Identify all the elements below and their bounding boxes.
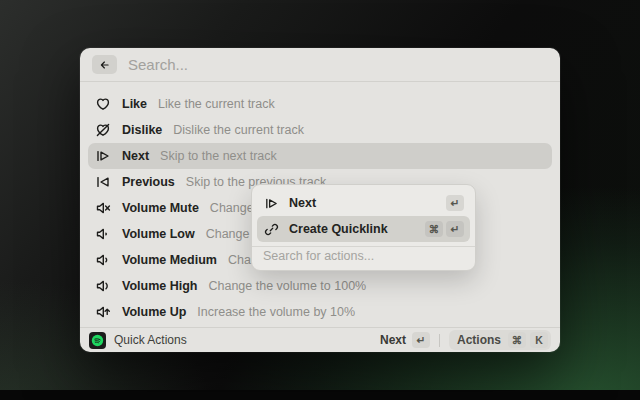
volume-mute-icon (95, 200, 111, 216)
item-title: Like (122, 97, 147, 111)
back-button[interactable] (92, 55, 117, 74)
item-subtitle: Increase the volume by 10% (197, 305, 355, 319)
list-item-like[interactable]: Like Like the current track (88, 91, 552, 117)
list-item-volume-up[interactable]: Volume Up Increase the volume by 10% (88, 299, 552, 325)
enter-key-badge: ↵ (446, 221, 464, 237)
item-title: Volume Mute (122, 201, 199, 215)
skip-forward-icon (95, 148, 111, 164)
item-subtitle: Like the current track (158, 97, 275, 111)
action-label: Create Quicklink (289, 222, 415, 236)
heart-slash-icon (95, 122, 111, 138)
command-name-label: Quick Actions (114, 333, 187, 347)
item-title: Next (122, 149, 149, 163)
enter-key-badge: ↵ (412, 332, 430, 348)
arrow-left-icon (97, 57, 113, 73)
status-bar: Quick Actions Next ↵ Actions ⌘ K (80, 327, 560, 352)
actions-panel: Next ↵ Create Quicklink ⌘ ↵ Search for a… (251, 184, 476, 271)
item-title: Volume High (122, 279, 197, 293)
volume-low-icon (95, 226, 111, 242)
heart-icon (95, 96, 111, 112)
footer-divider (439, 334, 440, 347)
wallpaper-floor (0, 390, 640, 400)
command-key-badge: ⌘ (425, 221, 443, 237)
actions-search[interactable]: Search for actions... (252, 246, 475, 265)
item-title: Dislike (122, 123, 162, 137)
actions-button-label: Actions (457, 333, 501, 347)
actions-menu-button[interactable]: Actions ⌘ K (449, 330, 551, 350)
list-item-volume-high[interactable]: Volume High Change the volume to 100% (88, 273, 552, 299)
list-item-dislike[interactable]: Dislike Dislike the current track (88, 117, 552, 143)
item-title: Volume Up (122, 305, 186, 319)
command-key-badge: ⌘ (508, 332, 526, 348)
list-item-next[interactable]: Next Skip to the next track (88, 143, 552, 169)
skip-back-icon (95, 174, 111, 190)
actions-search-input[interactable]: Search for actions... (263, 249, 374, 263)
enter-key-badge: ↵ (446, 195, 464, 211)
search-input[interactable]: Search... (128, 56, 188, 73)
skip-forward-icon (263, 195, 279, 211)
action-label: Next (289, 196, 436, 210)
link-icon (263, 221, 279, 237)
desktop-wallpaper: Search... Like Like the current track Di… (0, 0, 640, 400)
item-subtitle: Skip to the next track (160, 149, 277, 163)
item-subtitle: Change the volume to 100% (208, 279, 366, 293)
search-header: Search... (80, 48, 560, 81)
item-title: Volume Medium (122, 253, 217, 267)
item-title: Volume Low (122, 227, 195, 241)
item-title: Previous (122, 175, 175, 189)
volume-up-icon (95, 304, 111, 320)
volume-medium-icon (95, 252, 111, 268)
spotify-icon (89, 332, 106, 349)
primary-action-button[interactable]: Next ↵ (380, 332, 430, 348)
k-key-badge: K (530, 332, 548, 348)
primary-action-label: Next (380, 333, 406, 347)
item-subtitle: Dislike the current track (173, 123, 304, 137)
action-item-create-quicklink[interactable]: Create Quicklink ⌘ ↵ (257, 216, 470, 242)
action-item-next[interactable]: Next ↵ (257, 190, 470, 216)
volume-high-icon (95, 278, 111, 294)
